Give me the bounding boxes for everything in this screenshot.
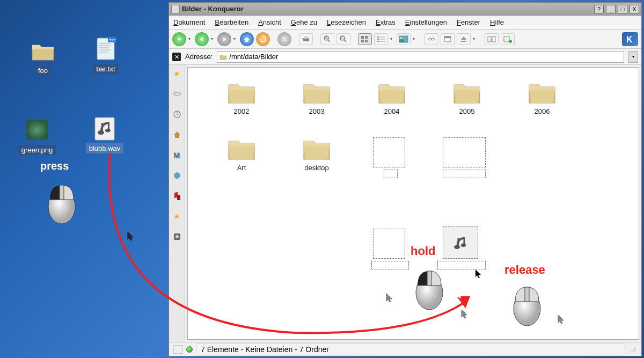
svg-point-59 <box>454 245 460 249</box>
close-button[interactable]: X <box>630 5 639 13</box>
menu-ansicht[interactable]: Ansicht <box>258 18 281 26</box>
reload-button[interactable] <box>256 32 270 46</box>
menu-lesezeichen[interactable]: Lesezeichen <box>327 18 366 26</box>
svg-rect-25 <box>365 36 368 39</box>
clear-address-button[interactable]: ✕ <box>172 53 181 61</box>
audio-file-icon <box>92 115 118 141</box>
svg-rect-62 <box>458 238 459 247</box>
svg-rect-56 <box>177 194 180 200</box>
toolbar: ▾ ▾ ▾ <box>169 30 641 49</box>
view-list-button[interactable] <box>374 33 388 45</box>
folder-2003[interactable]: 2003 <box>284 78 349 115</box>
svg-rect-42 <box>492 36 495 42</box>
resize-grip[interactable] <box>628 345 637 354</box>
sidebar-bookmarks-icon[interactable]: ★ <box>172 69 182 79</box>
menu-gehe-zu[interactable]: Gehe zu <box>291 18 317 26</box>
svg-rect-9 <box>26 120 48 140</box>
arrow-up-icon <box>176 36 182 42</box>
address-path: /mnt/data/Bilder <box>229 53 278 61</box>
zoom-in-icon <box>323 35 332 43</box>
maximize-button[interactable]: □ <box>618 5 627 13</box>
zoom-out-icon <box>339 35 348 43</box>
svg-rect-43 <box>504 36 509 42</box>
split-view-button-2[interactable] <box>501 33 515 45</box>
view-preview-button[interactable] <box>397 33 411 45</box>
dropdown-icon[interactable]: ▾ <box>390 36 394 41</box>
svg-rect-26 <box>361 40 364 42</box>
view-icons-button[interactable] <box>358 33 372 45</box>
minimize-button[interactable]: _ <box>606 5 616 13</box>
folder-2002[interactable]: 2002 <box>209 78 274 115</box>
desktop-icon-foo[interactable]: foo <box>19 38 67 76</box>
split-view-button-1[interactable] <box>485 33 499 45</box>
resize-icon <box>628 345 637 354</box>
drop-placeholder <box>373 137 405 167</box>
stop-button[interactable] <box>277 32 291 46</box>
sidebar-home-icon[interactable] <box>172 130 182 140</box>
content-area: ★ MM ★ <box>169 65 641 342</box>
desktop-icon-bar-txt[interactable]: TXT bar.txt <box>82 36 130 74</box>
desktop-icon-blubb-wav[interactable]: blubb.wav <box>80 115 129 154</box>
folder-label: 2002 <box>209 107 274 115</box>
address-field[interactable]: /mnt/data/Bilder <box>217 51 624 63</box>
sidebar-flag-icon[interactable] <box>172 192 182 201</box>
folder-label: 2005 <box>435 107 499 115</box>
folder-2005[interactable]: 2005 <box>435 78 499 115</box>
desktop-icon-green-png[interactable]: green.png <box>13 117 61 155</box>
svg-rect-13 <box>108 122 109 130</box>
sidebar-dot-icon[interactable] <box>172 232 182 242</box>
dropdown-icon[interactable]: ▾ <box>211 36 215 41</box>
addressbar: ✕ Adresse: /mnt/data/Bilder ▾ <box>169 49 641 65</box>
sidebar-star-icon[interactable]: ★ <box>172 212 182 222</box>
folder-desktop[interactable]: desktop <box>284 135 349 172</box>
menu-fenster[interactable]: Fenster <box>457 18 480 26</box>
drop-placeholder-label <box>371 261 409 269</box>
menu-dokument[interactable]: Dokument <box>173 18 205 26</box>
desktop-label: bar.txt <box>93 64 118 74</box>
window-title: Bilder - Konqueror <box>182 5 592 13</box>
menubar: Dokument Bearbeiten Ansicht Gehe zu Lese… <box>169 16 641 30</box>
dropdown-icon[interactable]: ▾ <box>188 36 193 41</box>
sidebar-m-icon[interactable]: MM <box>172 151 182 160</box>
tool-button-3[interactable] <box>457 33 471 45</box>
folder-icon <box>452 78 482 105</box>
kde-k-icon: K <box>625 34 635 45</box>
menu-einstellungen[interactable]: Einstellungen <box>405 18 447 26</box>
window-icon <box>443 35 452 43</box>
svg-rect-61 <box>464 237 465 245</box>
sidebar-disk-icon[interactable] <box>172 90 182 99</box>
svg-rect-24 <box>361 36 364 39</box>
tool-button-2[interactable] <box>441 33 455 45</box>
address-dropdown-button[interactable]: ▾ <box>628 51 638 63</box>
folder-2004[interactable]: 2004 <box>360 78 424 115</box>
svg-text:M: M <box>174 151 180 159</box>
print-button[interactable] <box>299 33 313 45</box>
folder-2006[interactable]: 2006 <box>510 78 574 115</box>
nav-forward-button[interactable] <box>217 32 231 46</box>
file-view[interactable]: 2002 2003 2004 2005 2006 Art <box>187 67 639 340</box>
drop-placeholder-label <box>443 170 486 178</box>
drop-placeholder-label <box>437 261 486 269</box>
tool-button-1[interactable] <box>425 33 438 45</box>
zoom-in-button[interactable] <box>320 33 334 45</box>
svg-point-36 <box>428 38 431 40</box>
dropdown-icon[interactable]: ▾ <box>233 36 238 41</box>
zoom-out-button[interactable] <box>336 33 350 45</box>
nav-up-button[interactable] <box>172 32 186 46</box>
drop-placeholder <box>443 137 486 167</box>
titlebar[interactable]: Bilder - Konqueror ? _ □ X <box>169 3 641 16</box>
menu-hilfe[interactable]: Hilfe <box>490 18 504 26</box>
folder-art[interactable]: Art <box>209 135 274 172</box>
dropdown-icon[interactable]: ▾ <box>413 36 417 41</box>
list-view-icon <box>377 35 385 43</box>
dropdown-icon[interactable]: ▾ <box>473 36 477 41</box>
sidebar-clock-icon[interactable] <box>172 110 182 120</box>
sidebar: ★ MM ★ <box>169 65 185 342</box>
home-button[interactable] <box>240 32 254 46</box>
nav-back-button[interactable] <box>195 32 209 46</box>
svg-rect-41 <box>488 36 491 42</box>
sidebar-world-icon[interactable] <box>172 171 182 181</box>
menu-bearbeiten[interactable]: Bearbeiten <box>215 18 248 26</box>
help-button[interactable]: ? <box>594 5 604 13</box>
menu-extras[interactable]: Extras <box>376 18 396 26</box>
